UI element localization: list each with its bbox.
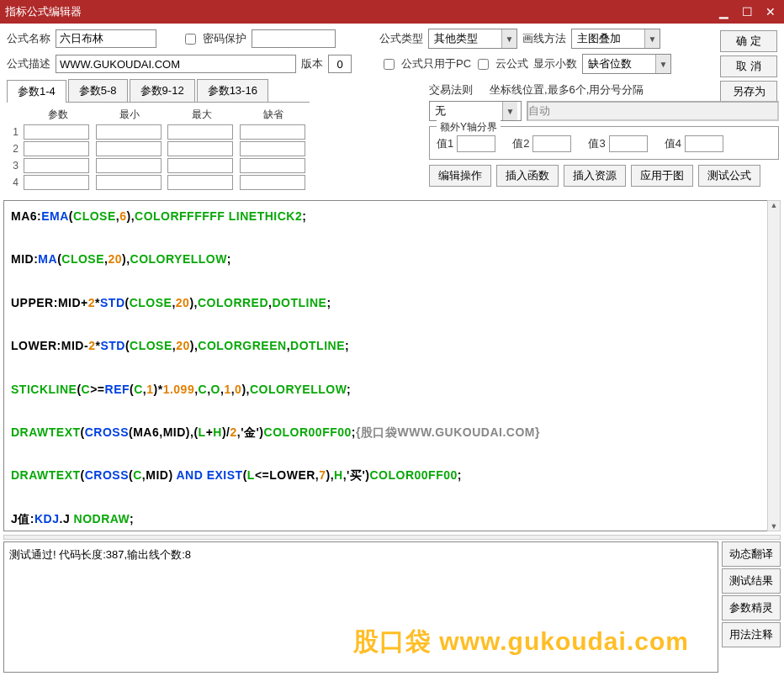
coord-input[interactable] (527, 101, 779, 121)
col-param: 参数 (22, 106, 94, 124)
params-grid: 参数 最小 最大 缺省 1 2 3 4 (7, 102, 310, 191)
param-3-min[interactable] (96, 158, 162, 173)
coord-hint-label: 坐标线位置,最多6个,用分号分隔 (490, 82, 644, 98)
insert-res-button[interactable]: 插入资源 (564, 165, 626, 187)
version-input[interactable] (328, 55, 352, 73)
param-1-min[interactable] (96, 124, 162, 140)
chevron-down-icon: ▼ (655, 55, 670, 73)
formula-type-label: 公式类型 (379, 31, 423, 46)
password-input[interactable] (252, 29, 336, 48)
minimize-icon[interactable]: ▁ (715, 5, 732, 18)
formula-type-select[interactable]: 其他类型 ▼ (428, 29, 517, 49)
draw-method-label: 画线方法 (522, 31, 566, 46)
cloud-label: 云公式 (495, 56, 528, 71)
extra-y-fieldset: 额外Y轴分界 值1 值2 值3 值4 (429, 126, 779, 160)
param-4-name[interactable] (24, 175, 89, 190)
password-protect-checkbox[interactable] (185, 34, 196, 45)
window-title: 指标公式编辑器 (5, 4, 82, 19)
param-3-default[interactable] (240, 158, 305, 173)
splitter[interactable] (3, 535, 781, 540)
col-default: 缺省 (238, 106, 310, 124)
value4-input[interactable] (685, 135, 723, 152)
maximize-icon[interactable]: ☐ (739, 5, 755, 18)
param-1-default[interactable] (240, 124, 305, 140)
param-1-max[interactable] (167, 124, 233, 140)
trade-rule-label: 交易法则 (429, 82, 473, 98)
code-scrollbar[interactable] (767, 200, 781, 531)
tab-params-13-16[interactable]: 参数13-16 (197, 79, 268, 102)
dyn-trans-button[interactable]: 动态翻译 (722, 541, 781, 567)
version-label: 版本 (301, 56, 323, 71)
param-4-min[interactable] (96, 175, 162, 190)
title-bar: 指标公式编辑器 ▁ ☐ ✕ (0, 0, 784, 24)
tab-params-5-8[interactable]: 参数5-8 (68, 79, 128, 102)
param-3-name[interactable] (24, 158, 89, 173)
draw-method-select[interactable]: 主图叠加 ▼ (571, 29, 660, 49)
param-2-min[interactable] (96, 141, 162, 156)
param-wizard-button[interactable]: 参数精灵 (722, 595, 781, 621)
value2-input[interactable] (532, 135, 571, 152)
formula-desc-input[interactable] (56, 55, 296, 73)
param-2-max[interactable] (167, 141, 233, 156)
param-4-default[interactable] (240, 175, 305, 190)
pc-only-label: 公式只用于PC (401, 56, 471, 71)
chevron-down-icon: ▼ (644, 29, 660, 48)
param-2-name[interactable] (24, 141, 89, 156)
edit-op-button[interactable]: 编辑操作 (429, 165, 491, 187)
formula-name-input[interactable] (56, 29, 156, 48)
test-formula-button[interactable]: 测试公式 (698, 165, 760, 187)
param-3-max[interactable] (167, 158, 233, 173)
tab-params-9-12[interactable]: 参数9-12 (130, 79, 195, 102)
param-2-default[interactable] (240, 141, 305, 156)
extra-y-legend: 额外Y轴分界 (437, 120, 501, 135)
col-min: 最小 (94, 106, 167, 124)
cloud-checkbox[interactable] (478, 59, 489, 70)
code-editor[interactable]: MA6:EMA(CLOSE,6),COLORFFFFFF LINETHICK2;… (3, 200, 781, 531)
ok-button[interactable]: 确 定 (720, 30, 777, 52)
formula-name-label: 公式名称 (7, 31, 50, 46)
param-4-max[interactable] (167, 175, 233, 190)
chevron-down-icon: ▼ (502, 102, 517, 120)
password-protect-label: 密码保护 (203, 31, 246, 46)
show-decimal-label: 显示小数 (533, 56, 577, 71)
close-icon[interactable]: ✕ (762, 5, 779, 18)
col-max: 最大 (166, 106, 238, 124)
output-text: 测试通过! 代码长度:387,输出线个数:8 (9, 548, 191, 561)
insert-fn-button[interactable]: 插入函数 (496, 165, 559, 187)
output-panel: 测试通过! 代码长度:387,输出线个数:8 (3, 541, 718, 673)
formula-desc-label: 公式描述 (7, 56, 50, 71)
show-decimal-select[interactable]: 缺省位数 ▼ (582, 54, 671, 74)
value1-input[interactable] (457, 135, 495, 152)
chevron-down-icon: ▼ (501, 29, 516, 48)
param-1-name[interactable] (24, 124, 89, 140)
usage-note-button[interactable]: 用法注释 (722, 622, 781, 647)
pc-only-checkbox[interactable] (384, 59, 395, 70)
cancel-button[interactable]: 取 消 (720, 55, 777, 77)
trade-rule-select[interactable]: 无 ▼ (429, 101, 522, 121)
value3-input[interactable] (609, 135, 648, 152)
tab-params-1-4[interactable]: 参数1-4 (7, 80, 66, 103)
apply-chart-button[interactable]: 应用于图 (631, 165, 693, 187)
test-result-button[interactable]: 测试结果 (722, 568, 781, 594)
